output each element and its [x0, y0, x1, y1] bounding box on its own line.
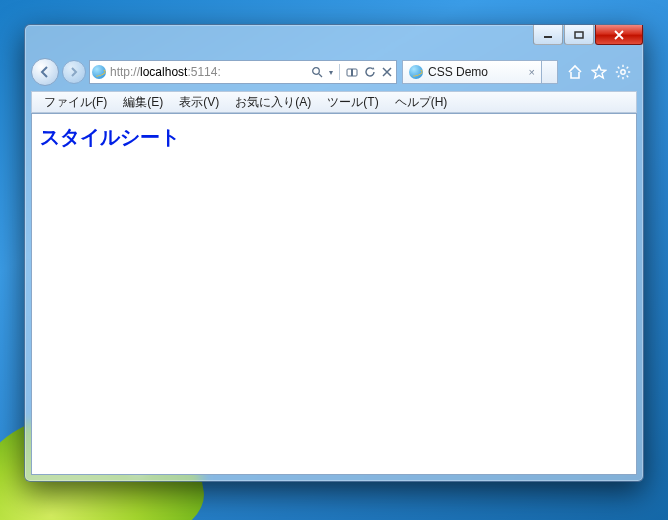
compat-view-icon[interactable]	[346, 67, 358, 78]
menu-tools[interactable]: ツール(T)	[319, 92, 386, 113]
chevron-down-icon[interactable]: ▾	[329, 68, 333, 77]
star-icon[interactable]	[591, 64, 607, 80]
tab-title: CSS Demo	[428, 65, 488, 79]
page-content: スタイルシート	[31, 113, 637, 475]
svg-line-14	[627, 67, 629, 69]
close-button[interactable]	[595, 25, 643, 45]
svg-point-2	[313, 68, 320, 75]
tab-active[interactable]: CSS Demo ×	[402, 60, 542, 84]
refresh-icon[interactable]	[364, 66, 376, 78]
svg-rect-0	[544, 36, 552, 38]
svg-line-11	[618, 67, 620, 69]
page-heading: スタイルシート	[40, 124, 628, 151]
new-tab-button[interactable]	[542, 60, 558, 84]
menu-file[interactable]: ファイル(F)	[36, 92, 115, 113]
ie-icon	[409, 65, 423, 79]
menu-edit[interactable]: 編集(E)	[115, 92, 171, 113]
search-icon[interactable]	[311, 66, 323, 78]
menu-help[interactable]: ヘルプ(H)	[387, 92, 456, 113]
command-bar	[561, 60, 637, 84]
home-icon[interactable]	[567, 64, 583, 80]
back-button[interactable]	[31, 58, 59, 86]
address-bar[interactable]: http://localhost:5114: ▾	[89, 60, 397, 84]
minimize-button[interactable]	[533, 25, 563, 45]
tab-close-icon[interactable]: ×	[529, 66, 535, 78]
menu-view[interactable]: 表示(V)	[171, 92, 227, 113]
svg-line-12	[627, 76, 629, 78]
title-bar	[532, 25, 643, 47]
tab-strip: CSS Demo ×	[402, 60, 558, 84]
stop-icon[interactable]	[382, 67, 392, 77]
svg-line-13	[618, 76, 620, 78]
nav-bar: http://localhost:5114: ▾ CSS Demo ×	[31, 57, 637, 87]
gear-icon[interactable]	[615, 64, 631, 80]
menu-favorites[interactable]: お気に入り(A)	[227, 92, 319, 113]
forward-button[interactable]	[62, 60, 86, 84]
svg-line-3	[319, 74, 322, 77]
browser-window: http://localhost:5114: ▾ CSS Demo ×	[24, 24, 644, 482]
svg-point-6	[621, 70, 625, 74]
menu-bar: ファイル(F) 編集(E) 表示(V) お気に入り(A) ツール(T) ヘルプ(…	[31, 91, 637, 113]
url-text: http://localhost:5114:	[110, 65, 221, 79]
svg-rect-1	[575, 32, 583, 38]
maximize-button[interactable]	[564, 25, 594, 45]
ie-icon	[92, 65, 106, 79]
